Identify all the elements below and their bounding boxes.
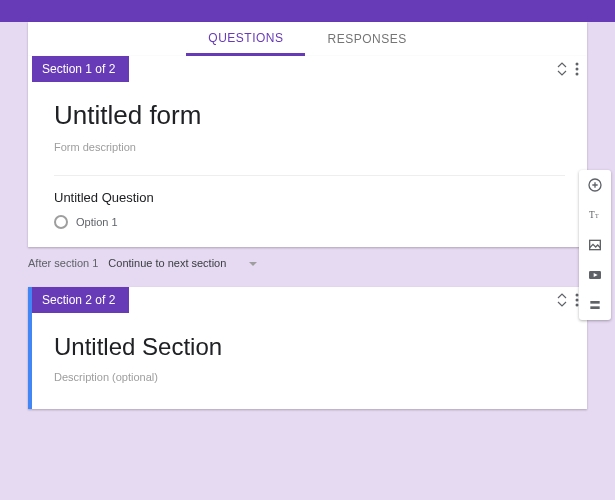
question-title-input[interactable]: Untitled Question [54, 190, 565, 205]
after-section-select[interactable]: Continue to next section [108, 257, 258, 269]
option-label: Option 1 [76, 216, 118, 228]
section-card-2: Section 2 of 2 Untitled Section Descript… [28, 287, 587, 409]
after-section-row: After section 1 Continue to next section [28, 257, 587, 269]
section-2-badge: Section 2 of 2 [32, 287, 129, 313]
svg-rect-11 [590, 301, 599, 304]
tab-questions[interactable]: QUESTIONS [186, 22, 305, 56]
form-description-input[interactable]: Form description [54, 141, 565, 153]
side-toolbar: TT [579, 170, 611, 320]
collapse-icon[interactable] [557, 62, 567, 76]
top-brand-band [0, 0, 615, 22]
section-card-1: Section 1 of 2 Untitled form Form descri… [28, 56, 587, 247]
section-1-badge: Section 1 of 2 [32, 56, 129, 82]
tab-responses[interactable]: RESPONSES [305, 22, 428, 56]
form-title-input[interactable]: Untitled form [54, 100, 565, 131]
after-section-label: After section 1 [28, 257, 98, 269]
svg-point-2 [576, 73, 579, 76]
add-question-button[interactable] [579, 170, 611, 200]
add-section-button[interactable] [579, 290, 611, 320]
collapse-icon[interactable] [557, 293, 567, 307]
svg-rect-12 [590, 306, 599, 309]
svg-rect-9 [590, 240, 601, 249]
add-image-button[interactable] [579, 230, 611, 260]
svg-text:T: T [595, 213, 599, 219]
more-icon[interactable] [575, 62, 579, 76]
radio-icon [54, 215, 68, 229]
add-title-button[interactable]: TT [579, 200, 611, 230]
add-video-button[interactable] [579, 260, 611, 290]
after-section-select-value: Continue to next section [108, 257, 226, 269]
tabs-bar: QUESTIONS RESPONSES [28, 22, 587, 56]
option-row-1[interactable]: Option 1 [54, 215, 565, 229]
svg-point-0 [576, 63, 579, 66]
svg-text:T: T [589, 210, 595, 220]
chevron-down-icon [248, 257, 258, 269]
divider [54, 175, 565, 176]
section-1-actions [557, 62, 579, 76]
section-2-title-input[interactable]: Untitled Section [54, 333, 565, 361]
section-2-description-input[interactable]: Description (optional) [54, 371, 565, 383]
section-2-actions [557, 293, 579, 307]
svg-point-1 [576, 68, 579, 71]
